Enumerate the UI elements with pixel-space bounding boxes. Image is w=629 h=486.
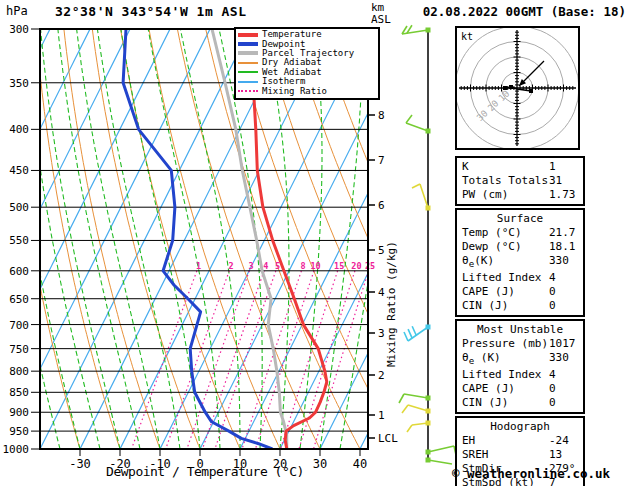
panel-row-value: 0 — [549, 382, 556, 396]
panel-section-most-unstable: Most UnstablePressure (mb)1017θe (K)330L… — [455, 319, 585, 414]
panel-row-label: Dewp (°C) — [462, 240, 522, 253]
skewt-sounding-screen: hPa 32°38'N 343°54'W 1m ASL 02.08.2022 0… — [0, 0, 629, 486]
panel-row-value: 0 — [549, 396, 556, 410]
panel-row: PW (cm)1.73 — [462, 188, 583, 202]
wind-barb — [402, 25, 431, 34]
panel-section-surface: SurfaceTemp (°C)21.7Dewp (°C)18.1θe(K)33… — [455, 208, 585, 317]
svg-text:6: 6 — [378, 199, 385, 212]
legend-label: Dry Adiabat — [262, 58, 322, 67]
panel-row-label: Pressure (mb) — [462, 337, 548, 350]
panel-row-value: -24 — [549, 434, 569, 448]
svg-text:LCL: LCL — [378, 432, 398, 445]
wind-barb — [404, 325, 431, 342]
panel-row-label: CAPE (J) — [462, 285, 515, 298]
svg-text:700: 700 — [9, 319, 29, 332]
panel-row-label: Lifted Index — [462, 271, 541, 284]
legend-label: Temperature — [262, 30, 322, 39]
legend-swatch-mixing-ratio — [238, 90, 258, 92]
svg-text:1: 1 — [378, 409, 385, 422]
svg-text:10: 10 — [310, 261, 320, 271]
panel-section-title: Surface — [462, 212, 583, 226]
panel-row-value: 0 — [549, 299, 556, 313]
wind-barb — [407, 421, 431, 433]
svg-text:2: 2 — [228, 261, 233, 271]
panel-row-label: CIN (J) — [462, 299, 508, 312]
legend-item: Wet Adiabat — [238, 68, 376, 77]
panel-row: Lifted Index4 — [462, 271, 583, 285]
panel-row-label: CIN (J) — [462, 396, 508, 409]
wind-barb — [402, 405, 431, 414]
panel-row: θe (K)330 — [462, 351, 583, 368]
panel-row: Totals Totals31 — [462, 174, 583, 188]
legend-swatch-parcel-trajectory — [238, 51, 258, 55]
svg-text:350: 350 — [9, 77, 29, 90]
temperature-axis-caption: Dewpoint / Temperature (°C) — [40, 464, 370, 479]
panel-row: EH-24 — [462, 434, 583, 448]
chart-legend: TemperatureDewpointParcel TrajectoryDry … — [234, 27, 380, 100]
panel-row-value: 1 — [549, 160, 556, 174]
indices-panel: K1Totals Totals31PW (cm)1.73SurfaceTemp … — [455, 156, 585, 486]
legend-item: Isotherm — [238, 77, 376, 86]
svg-text:8: 8 — [378, 109, 385, 122]
panel-row: CAPE (J)0 — [462, 285, 583, 299]
wind-barb — [399, 394, 431, 403]
panel-row: Temp (°C)21.7 — [462, 226, 583, 240]
svg-text:4: 4 — [263, 261, 268, 271]
hodograph-plot: 102030kt — [455, 26, 580, 154]
panel-row-label: Temp (°C) — [462, 226, 522, 239]
panel-section: K1Totals Totals31PW (cm)1.73 — [455, 156, 585, 206]
panel-row-label: θe(K) — [462, 254, 494, 267]
panel-row: CAPE (J)0 — [462, 382, 583, 396]
panel-section-title: Hodograph — [462, 420, 583, 434]
mixing-ratio-labels: 12345810152025 — [196, 261, 375, 271]
svg-text:600: 600 — [9, 265, 29, 278]
panel-row-value: 4 — [549, 271, 556, 285]
panel-row: θe(K)330 — [462, 254, 583, 271]
hodograph-unit: kt — [461, 31, 473, 42]
panel-row: Lifted Index4 — [462, 368, 583, 382]
svg-text:750: 750 — [9, 343, 29, 356]
panel-row: Dewp (°C)18.1 — [462, 240, 583, 254]
svg-text:1: 1 — [196, 261, 201, 271]
svg-text:550: 550 — [9, 234, 29, 247]
panel-row-label: Totals Totals — [462, 174, 548, 187]
panel-row-value: 18.1 — [549, 240, 576, 254]
legend-swatch-dewpoint — [238, 42, 258, 46]
svg-text:3: 3 — [378, 327, 385, 340]
wind-barbs — [399, 25, 455, 464]
panel-row: CIN (J)0 — [462, 396, 583, 410]
panel-row-value: 330 — [549, 254, 569, 268]
legend-swatch-dry-adiabat — [238, 62, 258, 64]
svg-text:5: 5 — [378, 244, 385, 257]
svg-text:500: 500 — [9, 201, 29, 214]
svg-text:15: 15 — [334, 261, 344, 271]
panel-row: CIN (J)0 — [462, 299, 583, 313]
mixing-ratio-axis-caption: Mixing Ratio (g/kg) — [385, 241, 398, 367]
panel-row-label: K — [462, 160, 469, 173]
wind-barb — [426, 446, 456, 455]
panel-row-label: CAPE (J) — [462, 382, 515, 395]
svg-text:1000: 1000 — [3, 443, 30, 456]
svg-text:900: 900 — [9, 406, 29, 419]
svg-text:2: 2 — [378, 369, 385, 382]
svg-text:300: 300 — [9, 23, 29, 36]
legend-swatch-isotherm — [238, 81, 258, 83]
panel-row-label: θe (K) — [462, 351, 501, 364]
svg-text:650: 650 — [9, 293, 29, 306]
legend-item: Mixing Ratio — [238, 86, 376, 95]
svg-text:400: 400 — [9, 123, 29, 136]
svg-text:20: 20 — [351, 261, 361, 271]
svg-text:8: 8 — [300, 261, 305, 271]
legend-swatch-temperature — [238, 33, 258, 37]
legend-item: Temperature — [238, 30, 376, 39]
svg-text:4: 4 — [378, 286, 385, 299]
wind-barb — [426, 458, 453, 465]
wind-barb — [406, 115, 431, 134]
panel-row-value: 0 — [549, 285, 556, 299]
panel-row: K1 — [462, 160, 583, 174]
panel-row-label: EH — [462, 434, 475, 447]
panel-row-label: SREH — [462, 448, 489, 461]
legend-label: Mixing Ratio — [262, 87, 327, 96]
panel-row-value: 31 — [549, 174, 562, 188]
panel-row-value: 21.7 — [549, 226, 576, 240]
